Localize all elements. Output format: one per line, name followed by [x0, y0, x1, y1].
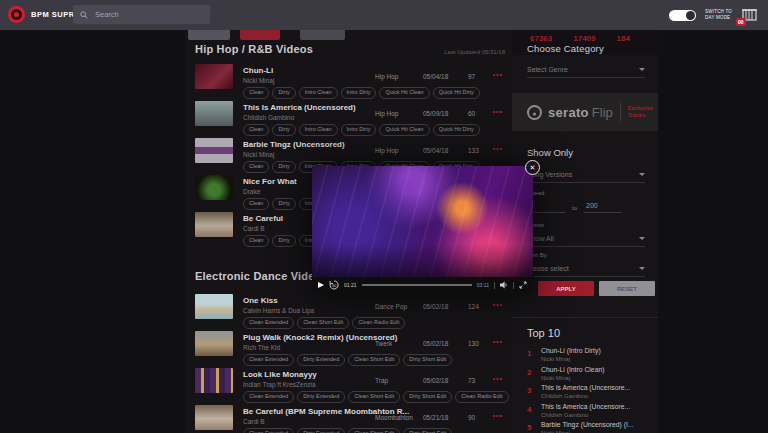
video-thumbnail[interactable]	[195, 368, 233, 393]
version-tag[interactable]: Clean Radio Edit	[455, 391, 508, 403]
version-tag[interactable]: Clean Extended	[243, 317, 294, 329]
version-tag[interactable]: Clean Extended	[243, 428, 294, 433]
serato-logo-icon	[526, 104, 543, 121]
version-tag[interactable]: Quick Hit Dirty	[433, 87, 480, 99]
version-tag[interactable]: Clean	[243, 235, 269, 247]
version-tag[interactable]: Intro Clean	[299, 87, 338, 99]
track-title[interactable]: This Is America (Uncensored)	[243, 103, 356, 112]
version-tag[interactable]: Intro Clean	[299, 124, 338, 136]
duration: 03:11	[477, 282, 489, 288]
version-tag[interactable]: Clean Extended	[243, 391, 294, 403]
video-thumbnail[interactable]	[195, 101, 233, 126]
version-tag[interactable]: Clean Radio Edit	[352, 317, 405, 329]
bpm-supreme-logo-icon	[8, 6, 25, 23]
version-tag[interactable]: Dirty	[272, 198, 295, 210]
video-frame[interactable]	[312, 166, 533, 277]
remix-select[interactable]: Show All	[527, 230, 645, 247]
track-title[interactable]: Chun-Li	[243, 66, 273, 75]
partial-button[interactable]	[188, 30, 230, 40]
version-tag[interactable]: Intro Dirty	[341, 124, 377, 136]
track-title[interactable]: Nice For What	[243, 177, 297, 186]
video-thumbnail[interactable]	[195, 294, 233, 319]
bpm-supreme-app: BPM SUPREME SWITCH TO DAY MODE	[0, 0, 768, 433]
track-title[interactable]: Look Like Monayyy	[243, 370, 317, 379]
apply-button[interactable]: APPLY	[538, 281, 594, 296]
reset-button[interactable]: RESET	[599, 281, 655, 296]
stat-value: 67363	[530, 34, 552, 43]
top10-track-artist: Nicki Minaj	[541, 375, 570, 381]
video-thumbnail[interactable]	[195, 331, 233, 356]
track-row: Chun-Li Nicki Minaj Clean Dirty Intro Cl…	[195, 63, 505, 100]
version-tag[interactable]: Dirty	[272, 124, 295, 136]
more-options-button[interactable]: •••	[493, 375, 503, 382]
video-thumbnail[interactable]	[195, 175, 233, 200]
version-tag[interactable]: Clean Short Edit	[348, 428, 400, 433]
video-thumbnail[interactable]	[195, 64, 233, 89]
section-title: Electronic Dance Videos	[195, 270, 328, 282]
close-player-button[interactable]: ✕	[525, 160, 540, 175]
version-tag[interactable]: Clean	[243, 124, 269, 136]
more-options-button[interactable]: •••	[493, 301, 503, 308]
play-button[interactable]	[318, 282, 324, 288]
version-tag[interactable]: Clean Short Edit	[297, 317, 349, 329]
video-thumbnail[interactable]	[195, 138, 233, 163]
video-thumbnail[interactable]	[195, 405, 233, 430]
search-box[interactable]	[73, 5, 210, 24]
version-tag[interactable]: Intro Dirty	[341, 87, 377, 99]
version-tag[interactable]: Dirty	[272, 161, 295, 173]
serato-flip-banner[interactable]: serato Flip Exclusive Tracks	[512, 93, 658, 131]
list-item[interactable]: 4 This Is America (Uncensore... Childish…	[527, 403, 654, 422]
search-icon	[80, 11, 88, 19]
version-tag[interactable]: Clean Extended	[243, 354, 294, 366]
partial-button[interactable]	[300, 30, 345, 40]
rank-number: 3	[527, 386, 531, 395]
version-tag[interactable]: Clean	[243, 198, 269, 210]
version-tag[interactable]: Clean	[243, 161, 269, 173]
more-options-button[interactable]: •••	[493, 108, 503, 115]
version-tag[interactable]: Dirty Short Edit	[403, 354, 452, 366]
track-artist: Rich The Kid	[243, 344, 280, 351]
list-item[interactable]: 1 Chun-Li (Intro Dirty) Nicki Minaj	[527, 347, 654, 366]
track-title[interactable]: One Kiss	[243, 296, 278, 305]
more-options-button[interactable]: •••	[493, 145, 503, 152]
version-tag[interactable]: Clean Short Edit	[348, 391, 400, 403]
search-input[interactable]	[93, 9, 203, 20]
version-tag[interactable]: Dirty Extended	[297, 391, 345, 403]
list-item[interactable]: 3 This Is America (Uncensore... Childish…	[527, 384, 654, 403]
partial-button[interactable]	[240, 30, 280, 40]
version-tag[interactable]: Dirty Extended	[297, 428, 345, 433]
version-tag[interactable]: Dirty Short Edit	[403, 428, 452, 433]
track-title[interactable]: Barbie Tingz (Uncensored)	[243, 140, 345, 149]
genre-select[interactable]: Select Genre	[527, 61, 645, 78]
track-title[interactable]: Be Careful	[243, 214, 283, 223]
track-genre: Twerk	[375, 340, 392, 347]
skip-back-30-button[interactable]: 30	[329, 280, 339, 290]
track-genre: Trap	[375, 377, 388, 384]
version-tag[interactable]: Quick Hit Clean	[379, 87, 429, 99]
version-tag[interactable]: Dirty Short Edit	[403, 391, 452, 403]
version-tag[interactable]: Quick Hit Clean	[379, 124, 429, 136]
version-tag[interactable]: Clean	[243, 87, 269, 99]
more-options-button[interactable]: •••	[493, 412, 503, 419]
progress-bar[interactable]	[362, 284, 472, 286]
video-thumbnail[interactable]	[195, 212, 233, 237]
crate-button[interactable]: 00	[741, 7, 758, 24]
sort-by-select[interactable]: Please select	[527, 260, 645, 277]
version-tags: Clean Extended Clean Short Edit Clean Ra…	[243, 317, 405, 329]
more-options-button[interactable]: •••	[493, 338, 503, 345]
volume-icon[interactable]	[500, 281, 508, 289]
day-mode-toggle[interactable]	[669, 10, 696, 21]
list-item[interactable]: 5 Barbie Tingz (Uncensored) (I... Nicki …	[527, 421, 654, 433]
top10-track-title: Chun-Li (Intro Clean)	[541, 366, 604, 373]
more-options-button[interactable]: •••	[493, 71, 503, 78]
speed-max-input[interactable]	[584, 198, 622, 213]
version-tag[interactable]: Dirty	[272, 87, 295, 99]
version-tag[interactable]: Dirty Extended	[297, 354, 345, 366]
fullscreen-icon[interactable]	[519, 281, 527, 289]
version-tag[interactable]: Clean Short Edit	[348, 354, 400, 366]
song-versions-select[interactable]: Song Versions	[527, 166, 645, 183]
list-item[interactable]: 2 Chun-Li (Intro Clean) Nicki Minaj	[527, 366, 654, 385]
version-tag[interactable]: Dirty	[272, 235, 295, 247]
track-count: 133	[468, 147, 479, 154]
version-tag[interactable]: Quick Hit Dirty	[433, 124, 480, 136]
